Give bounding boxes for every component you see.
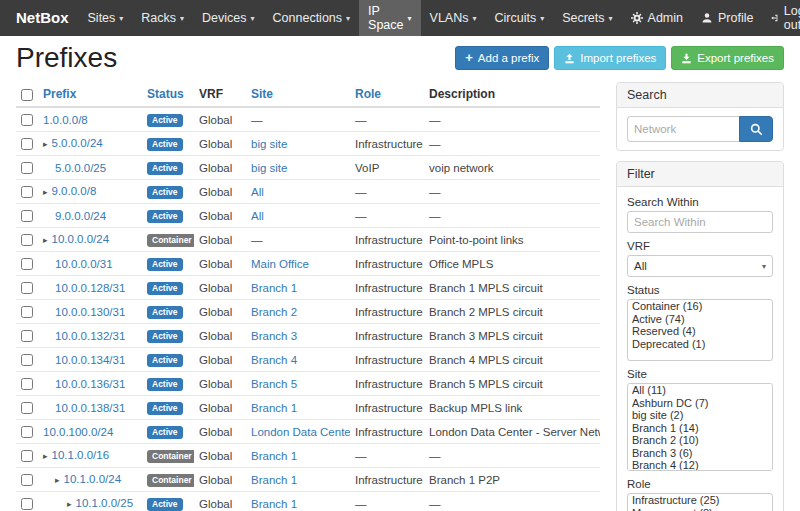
site-link[interactable]: All	[251, 186, 264, 198]
prefix-link[interactable]: 10.0.0.136/31	[55, 378, 125, 390]
prefix-link[interactable]: 9.0.0.0/8	[52, 185, 97, 197]
row-checkbox[interactable]	[21, 162, 33, 174]
status-filter-option[interactable]: Deprecated (1)	[628, 338, 772, 351]
nav-item-ip-space[interactable]: IP Space▾	[359, 0, 420, 36]
row-checkbox[interactable]	[21, 426, 33, 438]
role-filter-listbox[interactable]: Infrastructure (25)Management (8)Private…	[627, 493, 773, 511]
search-button[interactable]	[739, 116, 773, 142]
column-header-status[interactable]: Status	[142, 82, 194, 107]
site-link[interactable]: Main Office	[251, 258, 309, 270]
nav-admin[interactable]: Admin	[622, 0, 692, 36]
row-checkbox[interactable]	[21, 474, 33, 486]
expand-toggle-icon[interactable]: ▸	[43, 451, 48, 461]
nav-item-devices[interactable]: Devices▾	[193, 0, 263, 36]
site-link[interactable]: Branch 1	[251, 402, 297, 414]
expand-toggle-icon[interactable]: ▸	[43, 139, 48, 149]
search-panel-title: Search	[617, 83, 783, 108]
search-within-input[interactable]	[627, 211, 773, 233]
row-checkbox[interactable]	[21, 306, 33, 318]
row-checkbox[interactable]	[21, 234, 33, 246]
prefix-link[interactable]: 10.0.0.0/31	[55, 258, 113, 270]
nav-item-circuits[interactable]: Circuits▾	[485, 0, 553, 36]
prefix-link[interactable]: 10.0.0.128/31	[55, 282, 125, 294]
nav-item-connections[interactable]: Connections▾	[264, 0, 360, 36]
expand-toggle-icon[interactable]: ▸	[43, 235, 48, 245]
status-filter-option[interactable]: Container (16)	[628, 300, 772, 313]
prefix-link[interactable]: 5.0.0.0/24	[52, 137, 103, 149]
row-checkbox[interactable]	[21, 282, 33, 294]
brand-logo[interactable]: NetBox	[6, 0, 79, 36]
site-filter-option[interactable]: Branch 3 (6)	[628, 447, 772, 460]
site-filter-option[interactable]: Ashburn DC (7)	[628, 397, 772, 410]
expand-toggle-icon[interactable]: ▸	[55, 475, 60, 485]
site-link[interactable]: big site	[251, 138, 287, 150]
site-link[interactable]: Branch 1	[251, 282, 297, 294]
status-filter-option[interactable]: Reserved (4)	[628, 325, 772, 338]
status-filter-option[interactable]: Active (74)	[628, 313, 772, 326]
table-header-row: PrefixStatusVRFSiteRoleDescription	[16, 82, 600, 107]
row-checkbox[interactable]	[21, 186, 33, 198]
site-link[interactable]: Branch 5	[251, 378, 297, 390]
row-checkbox[interactable]	[21, 210, 33, 222]
site-filter-option[interactable]: All (11)	[628, 384, 772, 397]
row-checkbox[interactable]	[21, 354, 33, 366]
site-link[interactable]: All	[251, 210, 264, 222]
site-filter-listbox[interactable]: All (11)Ashburn DC (7)big site (2)Branch…	[627, 383, 773, 471]
expand-toggle-icon[interactable]: ▸	[67, 499, 72, 509]
row-select-cell	[16, 156, 38, 180]
nav-logout[interactable]: Log out	[762, 0, 800, 36]
prefix-link[interactable]: 10.1.0.0/16	[52, 449, 110, 461]
row-checkbox[interactable]	[21, 330, 33, 342]
status-filter-listbox[interactable]: Container (16)Active (74)Reserved (4)Dep…	[627, 299, 773, 361]
site-filter-option[interactable]: Branch 1 (14)	[628, 422, 772, 435]
select-all-checkbox[interactable]	[21, 89, 33, 101]
site-filter-option[interactable]: Branch 2 (10)	[628, 434, 772, 447]
site-link[interactable]: Branch 1	[251, 450, 297, 462]
prefix-link[interactable]: 10.1.0.0/24	[64, 473, 122, 485]
prefix-link[interactable]: 10.0.0.130/31	[55, 306, 125, 318]
site-link[interactable]: Branch 3	[251, 330, 297, 342]
column-header-role[interactable]: Role	[350, 82, 424, 107]
prefix-link[interactable]: 10.0.100.0/24	[43, 426, 113, 438]
export-prefixes-button[interactable]: Export prefixes	[671, 46, 784, 70]
prefix-link[interactable]: 10.0.0.132/31	[55, 330, 125, 342]
expand-toggle-icon[interactable]: ▸	[43, 187, 48, 197]
site-filter-option[interactable]: big site (2)	[628, 409, 772, 422]
nav-item-racks[interactable]: Racks▾	[132, 0, 193, 36]
nav-item-vlans[interactable]: VLANs▾	[421, 0, 486, 36]
row-checkbox[interactable]	[21, 258, 33, 270]
site-link[interactable]: Branch 2	[251, 306, 297, 318]
nav-item-sites[interactable]: Sites▾	[79, 0, 133, 36]
import-prefixes-button[interactable]: Import prefixes	[554, 46, 666, 70]
site-link[interactable]: Branch 4	[251, 354, 297, 366]
site-link[interactable]: London Data Center	[251, 426, 350, 438]
column-header-site[interactable]: Site	[246, 82, 350, 107]
prefix-link[interactable]: 10.0.0.138/31	[55, 402, 125, 414]
table-row: 10.0.0.0/31ActiveGlobalMain OfficeInfras…	[16, 252, 600, 276]
prefix-link[interactable]: 5.0.0.0/25	[55, 162, 106, 174]
vrf-select[interactable]: All ▾	[627, 255, 773, 277]
row-checkbox[interactable]	[21, 378, 33, 390]
row-checkbox[interactable]	[21, 114, 33, 126]
role-filter-option[interactable]: Infrastructure (25)	[628, 494, 772, 507]
row-checkbox[interactable]	[21, 402, 33, 414]
role-filter-option[interactable]: Management (8)	[628, 507, 772, 511]
nav-item-secrets[interactable]: Secrets▾	[553, 0, 621, 36]
row-checkbox[interactable]	[21, 450, 33, 462]
column-header-prefix[interactable]: Prefix	[38, 82, 142, 107]
site-filter-option[interactable]: Branch 4 (12)	[628, 459, 772, 471]
prefix-link[interactable]: 1.0.0.0/8	[43, 114, 88, 126]
row-checkbox[interactable]	[21, 498, 33, 510]
prefix-link[interactable]: 10.1.0.0/25	[76, 497, 134, 509]
description-cell: —	[424, 180, 600, 204]
add-prefix-button[interactable]: + Add a prefix	[455, 46, 549, 70]
site-link[interactable]: Branch 1	[251, 474, 297, 486]
prefix-link[interactable]: 9.0.0.0/24	[55, 210, 106, 222]
site-link[interactable]: Branch 1	[251, 498, 297, 510]
prefix-link[interactable]: 10.0.0.134/31	[55, 354, 125, 366]
site-link[interactable]: big site	[251, 162, 287, 174]
row-checkbox[interactable]	[21, 138, 33, 150]
nav-profile[interactable]: Profile	[692, 0, 762, 36]
prefix-link[interactable]: 10.0.0.0/24	[52, 233, 110, 245]
search-input[interactable]	[627, 116, 739, 142]
